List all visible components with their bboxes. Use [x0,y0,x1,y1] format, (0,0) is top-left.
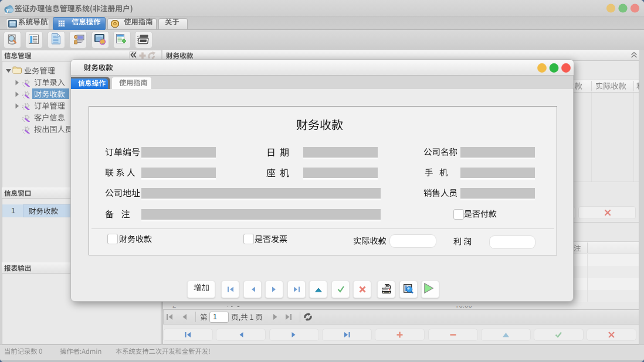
svg-text:y: y [5,6,9,14]
